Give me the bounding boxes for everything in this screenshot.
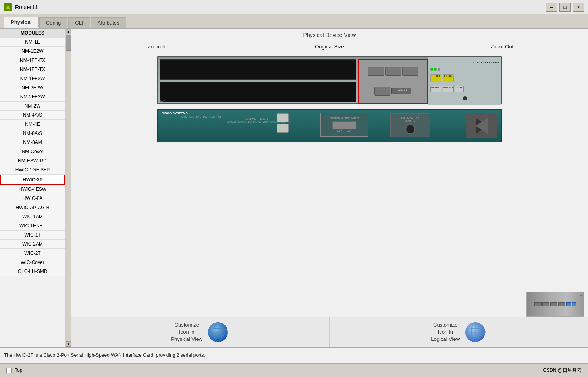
sidebar-item-wic-1am[interactable]: WIC-1AM	[0, 212, 65, 221]
sidebar-item-nm-1fe-fx[interactable]: NM-1FE-FX	[0, 56, 65, 65]
router-chassis-lower: CISCO SYSTEMS SYS AUV SYS PWR ACT CF COM…	[157, 109, 502, 142]
customize-physical-text: Customize Icon in Physical View	[171, 321, 202, 343]
sidebar-item-nm-2w[interactable]: NM-2W	[0, 102, 65, 111]
sidebar-item-nm-esw-161[interactable]: NM-ESW-161	[0, 156, 65, 165]
minimize-button[interactable]: –	[546, 3, 557, 12]
cisco-panel: CISCO SYSTEMS FE 0/1 FE 0/2 PVDM1 PVDM2 …	[428, 57, 501, 105]
main-layout: MODULES NM-1E NM-1E2W NM-1FE-FX NM-1FE-T…	[0, 29, 588, 347]
tab-physical[interactable]: Physical	[4, 17, 39, 28]
tab-cli[interactable]: CLI	[68, 17, 90, 28]
tab-bar: Physical Config CLI Attributes	[0, 14, 588, 29]
sidebar-item-hwic-8a[interactable]: HWIC-8A	[0, 194, 65, 203]
sidebar-item-nm-1fe-tx[interactable]: NM-1FE-TX	[0, 65, 65, 74]
top-checkbox[interactable]	[6, 368, 12, 373]
title-bar-left: Router11	[4, 3, 38, 11]
thumbnail-arrow: ▶	[580, 294, 582, 297]
scroll-up-button[interactable]: ▲	[66, 29, 71, 34]
sidebar-item-nm-cover[interactable]: NM-Cover	[0, 147, 65, 156]
thumb-port-2	[542, 302, 549, 306]
sidebar-scrollbar[interactable]: ▲ ▼	[66, 29, 71, 347]
port-3	[402, 67, 418, 76]
fe02-port: FE 0/2	[443, 74, 454, 82]
port-4	[374, 87, 390, 96]
led-row-1	[430, 68, 499, 71]
customize-logical-button[interactable]: Customize Icon in Logical View	[330, 317, 588, 347]
scroll-down-button[interactable]: ▼	[66, 341, 71, 347]
power-voltage: 100-240V – 2A50/60 Hz	[401, 117, 420, 123]
sidebar-item-nm-2e2w[interactable]: NM-2E2W	[0, 83, 65, 92]
tab-attributes[interactable]: Attributes	[91, 17, 126, 28]
router-display: HWIC-2T CISCO SYSTEMS FE 0/1 FE 0/2	[71, 52, 588, 317]
customize-logical-text: Customize Icon in Logical View	[431, 321, 460, 343]
zoom-out-button[interactable]: Zoom Out	[416, 41, 588, 52]
sidebar-item-nm-2fe2w[interactable]: NM-2FE2W	[0, 92, 65, 102]
usb-port-2	[277, 124, 289, 133]
sidebar-item-nm-1fe2w[interactable]: NM-1FE2W	[0, 74, 65, 83]
port-2	[385, 67, 401, 76]
upper-slot-1	[160, 59, 356, 80]
status-leds: SYS AUV SYS PWR ACT CF	[181, 115, 222, 118]
sps-conn	[332, 121, 356, 129]
sidebar-item-wic-2am[interactable]: WIC-2AM	[0, 240, 65, 249]
window-title: Router11	[15, 4, 38, 10]
bottom-panel: Customize Icon in Physical View	[71, 317, 588, 347]
sidebar-item-nm-8am[interactable]: NM-8AM	[0, 138, 65, 147]
auv-led-label: AUV	[189, 115, 194, 118]
hwic-thumbnail: ▶	[526, 292, 584, 317]
fe01-port: FE 0/1	[430, 74, 441, 82]
close-button[interactable]: ✕	[573, 3, 584, 12]
tab-config[interactable]: Config	[39, 17, 68, 28]
router-chassis-upper: HWIC-2T CISCO SYSTEMS FE 0/1 FE 0/2	[157, 56, 502, 104]
module-label: HWIC-2T	[391, 88, 411, 94]
app-icon	[4, 3, 12, 11]
sps-connectors	[332, 121, 356, 129]
am-ports: PVDM1 PVDM2 AM1	[430, 86, 499, 92]
sidebar-item-hwic-ap-ag-b[interactable]: HWIC-AP-AG-B	[0, 203, 65, 212]
power-socket	[405, 124, 415, 134]
customize-physical-button[interactable]: Customize Icon in Physical View	[71, 317, 330, 347]
led-off	[438, 68, 440, 71]
sidebar-item-nm-4as[interactable]: NM-4A/S	[0, 111, 65, 120]
sidebar-item-hwic-2t[interactable]: HWIC-2T	[0, 175, 65, 185]
sps-label: OPTIONAL SPS INPUT	[330, 117, 359, 120]
sidebar-item-wic-2t[interactable]: WIC-2T	[0, 249, 65, 258]
sidebar-item-nm-1e[interactable]: NM-1E	[0, 38, 65, 47]
thumbnail-inner: ▶	[527, 292, 584, 316]
sidebar-item-nm-8as[interactable]: NM-8A/S	[0, 129, 65, 138]
sys2-led-label: SYS	[196, 115, 201, 118]
model-label: NW2.0	[159, 100, 167, 102]
thumb-led-1	[566, 302, 571, 306]
usb-ports	[277, 113, 289, 133]
cisco-systems-text: CISCO SYSTEMS	[162, 112, 188, 115]
sidebar-item-wic-1t[interactable]: WIC-1T	[0, 231, 65, 240]
power-rocker-icon	[472, 116, 492, 136]
sidebar-item-hwic-1ge-sfp[interactable]: HWIC-1GE SFP	[0, 165, 65, 175]
sps-input: OPTIONAL SPS INPUT 12V — 11A	[320, 113, 368, 137]
sidebar-item-wic-cover[interactable]: WIC-Cover	[0, 258, 65, 267]
pvdm1: PVDM1	[430, 86, 441, 92]
sys-led-label: SYS	[181, 115, 187, 118]
sidebar-item-nm-1e2w[interactable]: NM-1E2W	[0, 47, 65, 56]
thumb-port-3	[550, 302, 557, 306]
maximize-button[interactable]: □	[559, 3, 571, 12]
zoom-in-button[interactable]: Zoom In	[71, 41, 243, 52]
sidebar-container: MODULES NM-1E NM-1E2W NM-1FE-FX NM-1FE-T…	[0, 29, 71, 347]
led-spd	[434, 68, 437, 71]
scroll-thumb[interactable]	[66, 35, 71, 51]
cf-led-label: CF	[218, 115, 222, 118]
sidebar-item-glc-lh-smd[interactable]: GLC-LH-SMD	[0, 267, 65, 276]
sidebar-item-nm-4e[interactable]: NM-4E	[0, 120, 65, 129]
sidebar-item-hwic-4esw[interactable]: HWIC-4ESW	[0, 185, 65, 194]
sidebar-header-modules: MODULES	[0, 29, 65, 38]
info-bar: The HWIC-2T is a Cisco 2-Port Serial Hig…	[0, 347, 588, 363]
original-size-button[interactable]: Original Size	[243, 41, 416, 52]
sidebar-item-wic-1enet[interactable]: WIC-1ENET	[0, 221, 65, 231]
cisco-text-lower: CISCO SYSTEMS	[162, 112, 188, 115]
hwic-2t-slot: HWIC-2T	[358, 59, 428, 104]
power-connector: 100-240V – 2A50/60 Hz	[390, 113, 430, 137]
usb-port-1	[277, 113, 289, 122]
info-text: The HWIC-2T is a Cisco 2-Port Serial Hig…	[4, 352, 205, 358]
thumb-port-4	[558, 302, 565, 306]
power-switch	[466, 113, 497, 138]
sps-voltage: 12V — 11A	[337, 129, 351, 132]
